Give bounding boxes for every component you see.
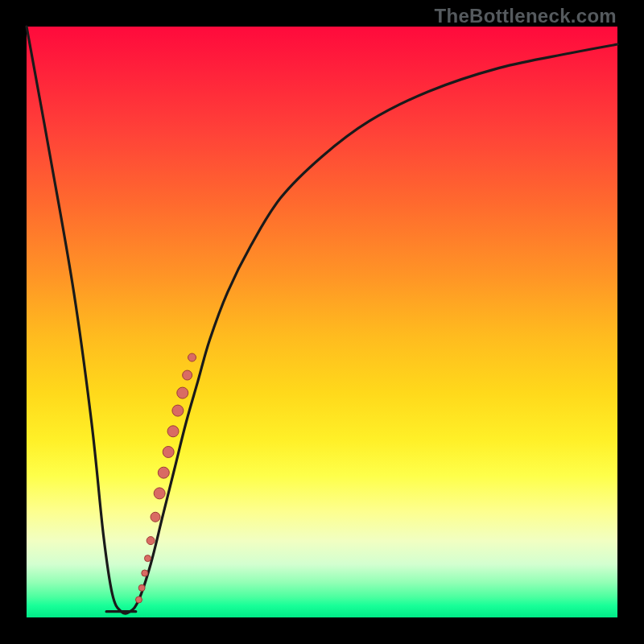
scatter-dot bbox=[177, 387, 188, 398]
scatter-dot bbox=[142, 570, 148, 576]
scatter-dot bbox=[163, 446, 174, 457]
attribution-label: TheBottleneck.com bbox=[435, 5, 617, 27]
bottleneck-curve bbox=[27, 27, 617, 613]
scatter-dot bbox=[172, 405, 184, 416]
scatter-dot bbox=[183, 370, 192, 380]
scatter-dot bbox=[151, 512, 160, 522]
scatter-dot bbox=[135, 597, 142, 603]
scatter-dot bbox=[188, 353, 196, 361]
scatter-dot bbox=[138, 584, 145, 591]
chart-overlay bbox=[27, 27, 617, 617]
scatter-dot bbox=[167, 426, 179, 437]
scatter-dot bbox=[144, 555, 151, 562]
scatter-points bbox=[135, 353, 196, 603]
scatter-dot bbox=[147, 537, 155, 545]
curve-group bbox=[27, 27, 617, 613]
chart-frame: TheBottleneck.com bbox=[0, 0, 644, 644]
scatter-dot bbox=[154, 488, 165, 499]
scatter-dot bbox=[158, 467, 169, 478]
